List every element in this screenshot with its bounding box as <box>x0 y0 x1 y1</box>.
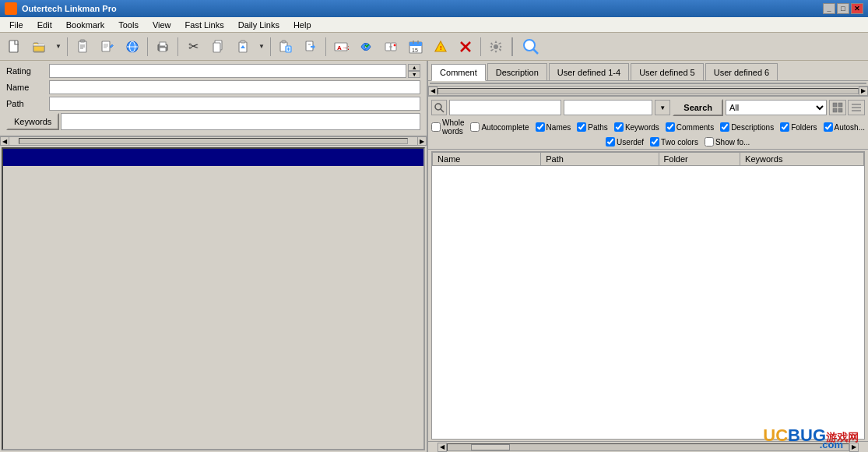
autosh-checkbox[interactable]: Autosh... <box>824 122 865 132</box>
scroll-left-arrow[interactable]: ◀ <box>0 136 9 146</box>
calendar-button[interactable]: 15 <box>404 36 427 58</box>
search-button[interactable]: Search <box>673 99 723 116</box>
web-button[interactable] <box>121 36 144 58</box>
right-h-scrollbar: ◀ ▶ <box>428 87 868 96</box>
view-grid-button[interactable] <box>829 100 846 115</box>
autocomplete-checkbox[interactable]: Autocomplete <box>470 122 529 132</box>
search-options-row: Whole words Autocomplete Names Paths Key… <box>431 118 865 136</box>
import-button[interactable] <box>299 36 322 58</box>
menu-tools[interactable]: Tools <box>112 18 145 32</box>
keywords-input[interactable] <box>61 113 420 130</box>
search-text-area[interactable] <box>564 100 652 115</box>
names-checkbox[interactable]: Names <box>536 122 571 132</box>
copy-button[interactable] <box>206 36 230 58</box>
menu-dailylinks[interactable]: Daily Links <box>232 18 286 32</box>
tab-comment[interactable]: Comment <box>431 64 486 81</box>
separator-6 <box>480 37 481 56</box>
delete-button[interactable] <box>454 36 477 58</box>
tab-userdefined-6[interactable]: User defined 6 <box>705 63 778 80</box>
svg-rect-18 <box>160 42 166 46</box>
right-scroll-track[interactable] <box>438 88 859 94</box>
right-scroll-right[interactable]: ▶ <box>859 87 868 96</box>
path-label: Path <box>6 99 49 108</box>
separator-3 <box>177 37 178 56</box>
rating-up-button[interactable]: ▲ <box>408 64 420 71</box>
check-links-button[interactable] <box>354 36 378 58</box>
menu-help[interactable]: Help <box>287 18 318 32</box>
show-fo-checkbox[interactable]: Show fo... <box>705 137 750 147</box>
clipboard-button[interactable] <box>274 36 297 58</box>
comments-checkbox[interactable]: Comments <box>666 122 714 132</box>
keywords-button[interactable]: Keywords <box>6 113 59 130</box>
name-input[interactable] <box>49 80 420 94</box>
tree-area[interactable] <box>2 147 425 450</box>
no-duplicate-button[interactable] <box>379 36 402 58</box>
scroll-right-arrow[interactable]: ▶ <box>417 136 427 146</box>
open-button[interactable] <box>28 36 51 58</box>
folders-checkbox[interactable]: Folders <box>780 122 817 132</box>
menu-fastlinks[interactable]: Fast Links <box>179 18 230 32</box>
window-title: Outertech Linkman Pro <box>22 4 823 13</box>
menu-bookmark[interactable]: Bookmark <box>60 18 111 32</box>
menu-edit[interactable]: Edit <box>31 18 58 32</box>
left-panel: Rating ▲ ▼ Name Path Keywords <box>0 61 428 452</box>
results-table-inner: Name Path Folder Keywords <box>432 152 864 166</box>
alert-button[interactable]: ! <box>429 36 452 58</box>
search-large-button[interactable] <box>517 34 545 59</box>
whole-words-checkbox[interactable]: Whole words <box>431 118 464 136</box>
svg-text:!: ! <box>440 44 442 51</box>
menu-view[interactable]: View <box>146 18 177 32</box>
watermark-domain: .com <box>820 439 843 450</box>
results-table[interactable]: Name Path Folder Keywords <box>431 151 865 440</box>
settings-button[interactable] <box>484 36 508 58</box>
new-button[interactable] <box>3 36 26 58</box>
descriptions-checkbox[interactable]: Descriptions <box>720 122 774 132</box>
print-button[interactable] <box>151 36 174 58</box>
keywords-checkbox[interactable]: Keywords <box>614 122 659 132</box>
right-scroll-left[interactable]: ◀ <box>428 87 438 96</box>
tab-userdefined-14[interactable]: User defined 1-4 <box>549 63 629 80</box>
separator-1 <box>67 37 68 56</box>
path-row: Path <box>6 97 420 111</box>
rating-input[interactable] <box>49 64 406 78</box>
rating-down-button[interactable]: ▼ <box>408 71 420 78</box>
menu-bar: File Edit Bookmark Tools View Fast Links… <box>0 17 868 33</box>
view-list-button[interactable] <box>848 100 865 115</box>
svg-line-51 <box>441 109 444 112</box>
cut-button[interactable]: ✂ <box>181 36 205 58</box>
edit-page-button[interactable] <box>96 36 119 58</box>
search-input[interactable] <box>449 100 561 115</box>
page-button[interactable] <box>71 36 94 58</box>
scroll-track[interactable] <box>19 138 408 144</box>
comment-area[interactable] <box>430 83 866 84</box>
search-dropdown-arrow[interactable]: ▼ <box>655 100 670 115</box>
two-colors-checkbox[interactable]: Two colors <box>650 137 698 147</box>
separator-5 <box>325 37 326 56</box>
bottom-scroll-thumb[interactable] <box>471 444 510 450</box>
maximize-button[interactable]: □ <box>837 3 849 14</box>
svg-line-49 <box>533 49 538 54</box>
paste-button[interactable] <box>231 36 255 58</box>
bottom-scroll-left[interactable]: ◀ <box>438 443 447 452</box>
rename-button[interactable]: A→Z <box>329 36 353 58</box>
open-arrow-button[interactable]: ▼ <box>53 36 64 58</box>
svg-rect-53 <box>838 103 842 107</box>
svg-text:15: 15 <box>412 48 418 53</box>
name-row: Name <box>6 80 420 94</box>
table-header: Name Path Folder Keywords <box>433 153 864 166</box>
menu-file[interactable]: File <box>3 18 30 32</box>
minimize-button[interactable]: _ <box>823 3 835 14</box>
tree-selected-row <box>3 149 423 166</box>
search-scope-dropdown[interactable]: All <box>726 100 827 115</box>
watermark-uc: UC <box>763 426 788 446</box>
paste-arrow-button[interactable]: ▼ <box>256 36 267 58</box>
col-folder: Folder <box>659 153 740 166</box>
path-input[interactable] <box>49 97 420 111</box>
search-icon-button[interactable] <box>431 100 447 115</box>
tab-description[interactable]: Description <box>487 63 547 80</box>
close-button[interactable]: ✕ <box>851 3 863 14</box>
paths-checkbox[interactable]: Paths <box>577 122 608 132</box>
svg-rect-4 <box>33 46 44 51</box>
userdef-checkbox[interactable]: Userdef <box>606 137 644 147</box>
tab-userdefined-5[interactable]: User defined 5 <box>631 63 704 80</box>
